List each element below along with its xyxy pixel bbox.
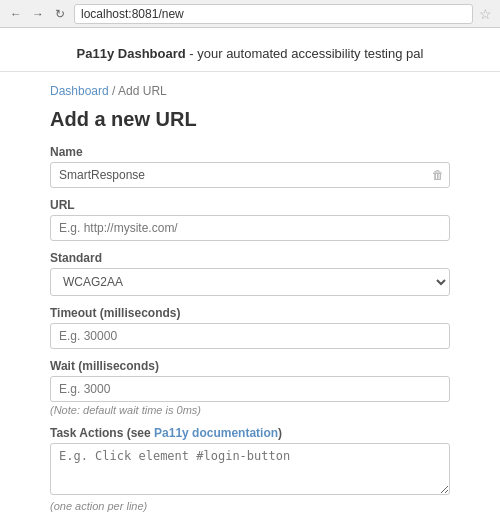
forward-button[interactable]: → xyxy=(30,6,46,22)
wait-label: Wait (milliseconds) xyxy=(50,359,450,373)
breadcrumb-separator: / xyxy=(109,84,118,98)
task-docs-link[interactable]: Pa11y documentation xyxy=(154,426,278,440)
task-hint: (one action per line) xyxy=(50,500,450,512)
bookmark-icon[interactable]: ☆ xyxy=(479,6,492,22)
page-header: Pa11y Dashboard - your automated accessi… xyxy=(0,28,500,72)
task-textarea[interactable] xyxy=(50,443,450,495)
reload-button[interactable]: ↻ xyxy=(52,6,68,22)
breadcrumb-current: Add URL xyxy=(118,84,167,98)
address-bar[interactable] xyxy=(74,4,473,24)
standard-label: Standard xyxy=(50,251,450,265)
timeout-input[interactable] xyxy=(50,323,450,349)
name-field-group: Name 🗑 xyxy=(50,145,450,188)
task-field-group: Task Actions (see Pa11y documentation) (… xyxy=(50,426,450,512)
wait-input[interactable] xyxy=(50,376,450,402)
page-title: Add a new URL xyxy=(50,108,450,131)
breadcrumb-dashboard-link[interactable]: Dashboard xyxy=(50,84,109,98)
url-input[interactable] xyxy=(50,215,450,241)
name-input[interactable] xyxy=(50,162,450,188)
back-button[interactable]: ← xyxy=(8,6,24,22)
timeout-label: Timeout (milliseconds) xyxy=(50,306,450,320)
brand-name: Pa11y Dashboard xyxy=(77,46,186,61)
browser-bar: ← → ↻ ☆ xyxy=(0,0,500,28)
name-clear-icon[interactable]: 🗑 xyxy=(432,168,444,182)
name-label: Name xyxy=(50,145,450,159)
name-input-wrapper: 🗑 xyxy=(50,162,450,188)
standard-select[interactable]: WCAG2A WCAG2AA WCAG2AAA Section508 xyxy=(50,268,450,296)
header-subtitle: - your automated accessibility testing p… xyxy=(186,46,424,61)
standard-field-group: Standard WCAG2A WCAG2AA WCAG2AAA Section… xyxy=(50,251,450,296)
timeout-field-group: Timeout (milliseconds) xyxy=(50,306,450,349)
main-content: Dashboard / Add URL Add a new URL Name 🗑… xyxy=(30,84,470,513)
breadcrumb: Dashboard / Add URL xyxy=(50,84,450,98)
url-label: URL xyxy=(50,198,450,212)
task-label: Task Actions (see Pa11y documentation) xyxy=(50,426,450,440)
url-field-group: URL xyxy=(50,198,450,241)
wait-field-group: Wait (milliseconds) (Note: default wait … xyxy=(50,359,450,416)
wait-hint: (Note: default wait time is 0ms) xyxy=(50,404,450,416)
header-title: Pa11y Dashboard - your automated accessi… xyxy=(77,46,424,61)
